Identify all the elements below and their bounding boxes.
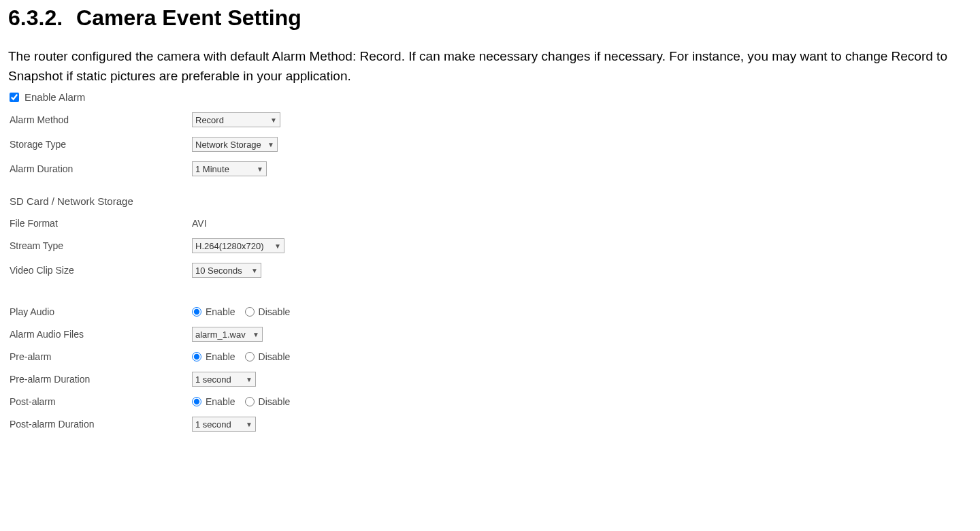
section-heading: 6.3.2.Camera Event Setting bbox=[8, 5, 972, 31]
alarm-duration-select-wrapper: 1 Minute ▼ bbox=[192, 161, 267, 176]
post-alarm-duration-select[interactable]: 1 second bbox=[192, 417, 256, 432]
pre-alarm-duration-select-wrapper: 1 second ▼ bbox=[192, 372, 256, 387]
alarm-audio-files-select[interactable]: alarm_1.wav bbox=[192, 327, 263, 342]
enable-alarm-checkbox[interactable] bbox=[10, 93, 19, 102]
play-audio-label: Play Audio bbox=[10, 306, 192, 317]
storage-type-row: Storage Type Network Storage ▼ bbox=[10, 137, 972, 152]
alarm-method-label: Alarm Method bbox=[10, 114, 192, 125]
alarm-audio-files-row: Alarm Audio Files alarm_1.wav ▼ bbox=[10, 327, 972, 342]
alarm-audio-files-label: Alarm Audio Files bbox=[10, 329, 192, 340]
pre-alarm-duration-label: Pre-alarm Duration bbox=[10, 374, 192, 385]
play-audio-radio-group: Enable Disable bbox=[192, 306, 299, 317]
pre-alarm-row: Pre-alarm Enable Disable bbox=[10, 351, 972, 362]
pre-alarm-enable-radio[interactable] bbox=[192, 352, 201, 361]
section-title: Camera Event Setting bbox=[76, 5, 301, 30]
post-alarm-row: Post-alarm Enable Disable bbox=[10, 396, 972, 407]
stream-type-select-wrapper: H.264(1280x720) ▼ bbox=[192, 238, 284, 253]
post-alarm-disable-radio[interactable] bbox=[245, 397, 255, 406]
alarm-duration-row: Alarm Duration 1 Minute ▼ bbox=[10, 161, 972, 176]
spacer bbox=[10, 287, 972, 306]
file-format-row: File Format AVI bbox=[10, 218, 972, 229]
pre-alarm-disable-label: Disable bbox=[259, 351, 291, 362]
storage-type-select-wrapper: Network Storage ▼ bbox=[192, 137, 278, 152]
storage-type-label: Storage Type bbox=[10, 139, 192, 150]
stream-type-label: Stream Type bbox=[10, 240, 192, 251]
stream-type-row: Stream Type H.264(1280x720) ▼ bbox=[10, 238, 972, 253]
play-audio-row: Play Audio Enable Disable bbox=[10, 306, 972, 317]
alarm-audio-files-select-wrapper: alarm_1.wav ▼ bbox=[192, 327, 263, 342]
video-clip-size-select-wrapper: 10 Seconds ▼ bbox=[192, 263, 261, 278]
pre-alarm-enable-label: Enable bbox=[206, 351, 235, 362]
enable-alarm-row: Enable Alarm bbox=[10, 91, 972, 103]
post-alarm-radio-group: Enable Disable bbox=[192, 396, 299, 407]
post-alarm-duration-select-wrapper: 1 second ▼ bbox=[192, 417, 256, 432]
play-audio-enable-radio[interactable] bbox=[192, 307, 201, 317]
pre-alarm-radio-group: Enable Disable bbox=[192, 351, 299, 362]
section-number: 6.3.2. bbox=[8, 5, 63, 30]
file-format-label: File Format bbox=[10, 218, 192, 229]
alarm-method-select[interactable]: Record bbox=[192, 112, 280, 127]
storage-section-heading: SD Card / Network Storage bbox=[10, 195, 972, 207]
form-container: Enable Alarm Alarm Method Record ▼ Stora… bbox=[10, 91, 972, 432]
post-alarm-enable-radio[interactable] bbox=[192, 397, 201, 406]
file-format-value: AVI bbox=[192, 218, 207, 229]
play-audio-disable-label: Disable bbox=[259, 306, 291, 317]
post-alarm-enable-label: Enable bbox=[206, 396, 235, 407]
pre-alarm-duration-select[interactable]: 1 second bbox=[192, 372, 256, 387]
intro-paragraph: The router configured the camera with de… bbox=[8, 47, 972, 86]
stream-type-select[interactable]: H.264(1280x720) bbox=[192, 238, 284, 253]
alarm-duration-select[interactable]: 1 Minute bbox=[192, 161, 267, 176]
play-audio-disable-radio[interactable] bbox=[245, 307, 255, 317]
video-clip-size-select[interactable]: 10 Seconds bbox=[192, 263, 261, 278]
video-clip-size-label: Video Clip Size bbox=[10, 265, 192, 276]
alarm-method-select-wrapper: Record ▼ bbox=[192, 112, 280, 127]
post-alarm-disable-label: Disable bbox=[259, 396, 291, 407]
storage-type-select[interactable]: Network Storage bbox=[192, 137, 278, 152]
alarm-method-row: Alarm Method Record ▼ bbox=[10, 112, 972, 127]
pre-alarm-label: Pre-alarm bbox=[10, 351, 192, 362]
post-alarm-duration-label: Post-alarm Duration bbox=[10, 419, 192, 430]
pre-alarm-disable-radio[interactable] bbox=[245, 352, 255, 361]
post-alarm-duration-row: Post-alarm Duration 1 second ▼ bbox=[10, 417, 972, 432]
enable-alarm-label: Enable Alarm bbox=[24, 91, 85, 103]
alarm-duration-label: Alarm Duration bbox=[10, 163, 192, 174]
pre-alarm-duration-row: Pre-alarm Duration 1 second ▼ bbox=[10, 372, 972, 387]
video-clip-size-row: Video Clip Size 10 Seconds ▼ bbox=[10, 263, 972, 278]
play-audio-enable-label: Enable bbox=[206, 306, 235, 317]
post-alarm-label: Post-alarm bbox=[10, 396, 192, 407]
